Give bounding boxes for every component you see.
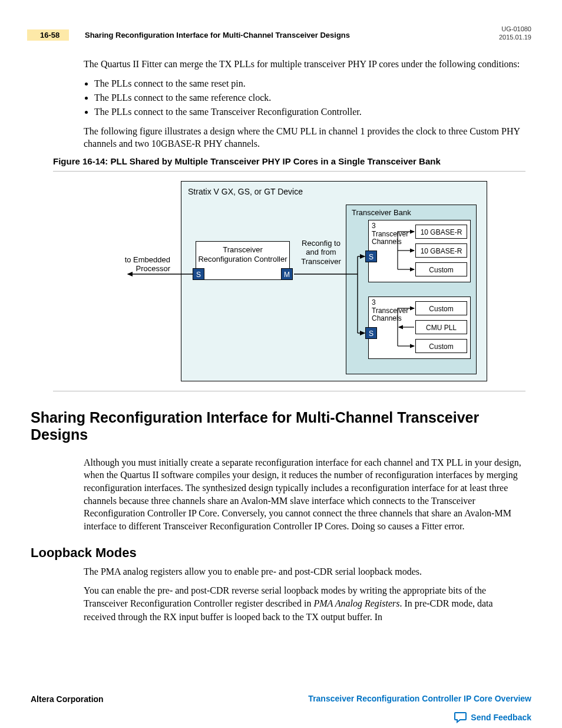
reconfig-controller-box: Transceiver Reconfiguration Controller (196, 241, 290, 280)
page-footer: Altera Corporation Transceiver Reconfigu… (31, 694, 531, 704)
channel-label-2: 3 Transceiver Channels (372, 299, 414, 323)
loopback-para1: The PMA analog registers allow you to en… (84, 565, 525, 578)
page-number-badge: 16-58 (27, 29, 69, 41)
header-title: Sharing Reconfiguration Interface for Mu… (85, 31, 350, 39)
figure-rule-top (53, 171, 525, 172)
port-slave-2: S (365, 251, 377, 262)
port-master: M (281, 268, 293, 280)
channel-row: 10 GBASE-R (415, 225, 467, 239)
channel-row: Custom (415, 339, 467, 353)
bank-label: Transceiver Bank (352, 208, 411, 217)
footer-chapter-link[interactable]: Transceiver Reconfiguration Controller I… (308, 694, 531, 703)
port-slave: S (193, 268, 204, 280)
section-heading-loopback: Loopback Modes (31, 545, 531, 561)
header-meta: UG-01080 2015.01.19 (499, 25, 531, 42)
send-feedback-link[interactable]: Send Feedback (454, 711, 531, 725)
section-heading-sharing: Sharing Reconfiguration Interface for Mu… (31, 409, 531, 443)
figure-diagram: Stratix V GX, GS, or GT Device Transceiv… (122, 181, 487, 381)
paragraph: The following figure illustrates a desig… (84, 125, 525, 150)
channel-row: CMU PLL (415, 320, 467, 334)
list-item: The PLLs connect to the same reference c… (94, 91, 525, 105)
section1-paragraph: Although you must initially create a sep… (84, 456, 525, 533)
channel-row: 10 GBASE-R (415, 243, 467, 258)
conditions-list: The PLLs connect to the same reset pin. … (94, 77, 525, 119)
intro-paragraph: The Quartus II Fitter can merge the TX P… (84, 58, 525, 71)
doc-id: UG-01080 (499, 25, 531, 33)
list-item: The PLLs connect to the same reset pin. (94, 77, 525, 91)
port-slave-3: S (365, 327, 377, 339)
channel-label-1: 3 Transceiver Channels (372, 222, 414, 246)
figure-rule-bottom (53, 391, 525, 391)
page-header: 16-58 Sharing Reconfiguration Interface … (31, 28, 531, 47)
channel-row: Custom (415, 262, 467, 276)
embedded-processor-label: to Embedded Processor (122, 255, 170, 274)
text-run: register described in (235, 598, 314, 608)
device-label: Stratix V GX, GS, or GT Device (188, 187, 303, 196)
figure-caption: Figure 16-14: PLL Shared by Multiple Tra… (53, 156, 525, 166)
reconfig-label: Reconfig to and from Transceiver (297, 239, 345, 266)
feedback-label: Send Feedback (471, 713, 531, 722)
list-item: The PLLs connect to the same Transceiver… (94, 105, 525, 119)
reference-title: PMA Analog Registers (313, 598, 399, 608)
feedback-icon (454, 711, 467, 725)
channel-row: Custom (415, 301, 467, 315)
footer-company: Altera Corporation (31, 694, 104, 704)
doc-date: 2015.01.19 (499, 33, 531, 41)
loopback-para2: You can enable the pre- and post-CDR rev… (84, 584, 525, 624)
